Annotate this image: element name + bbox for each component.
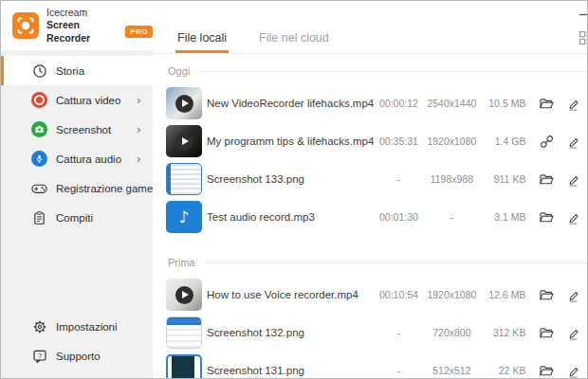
image-thumbnail[interactable] <box>166 316 202 349</box>
sidebar-item-screenshot[interactable]: Screenshot › <box>1 115 153 144</box>
file-size: 312 KB <box>480 327 525 338</box>
edit-icon[interactable] <box>563 285 582 304</box>
file-resolution: 720x800 <box>423 327 480 338</box>
section-divider <box>205 262 588 263</box>
chevron-right-icon: › <box>137 94 141 106</box>
open-folder-icon[interactable] <box>537 323 556 342</box>
file-row[interactable]: Screenshot 131.png - 512x512 22 KB <box>166 352 588 378</box>
file-row[interactable]: My programm tips & lifehacks.mp4 00:35:3… <box>166 122 588 160</box>
section-title: Prima <box>168 257 195 268</box>
file-duration: - <box>374 173 423 185</box>
section-title: Oggi <box>168 65 190 77</box>
image-thumbnail[interactable] <box>166 163 202 195</box>
open-folder-icon[interactable] <box>537 94 556 113</box>
clock-icon <box>31 63 47 79</box>
file-duration: - <box>374 327 423 338</box>
main-header: File locali File nel cloud <box>153 1 588 54</box>
sidebar-footer: Impostazioni ? Supporto <box>1 312 153 370</box>
help-bubble-icon: ? <box>31 348 47 364</box>
file-size: 10.5 MB <box>480 98 525 109</box>
sidebar-item-impostazioni[interactable]: Impostazioni <box>1 312 153 341</box>
file-duration: 00:35:31 <box>374 135 423 147</box>
play-icon <box>175 133 193 151</box>
file-duration: 00:00:12 <box>374 98 423 109</box>
tab-file-locali[interactable]: File locali <box>175 31 229 53</box>
row-actions <box>537 361 588 378</box>
sidebar-item-compiti[interactable]: Compiti <box>1 203 153 232</box>
file-name: Screenshot 133.png <box>207 173 374 185</box>
pro-badge: PRO <box>125 26 153 38</box>
audio-thumbnail[interactable]: ♪ <box>166 201 202 233</box>
file-name: New VideoRecorder lifehacks.mp4 <box>207 98 374 109</box>
tab-file-nel-cloud[interactable]: File nel cloud <box>257 31 331 53</box>
file-name: Screenshot 131.png <box>207 365 374 376</box>
sidebar-item-registrazione-gameplay[interactable]: Registrazione gameplay <box>1 173 153 203</box>
open-folder-icon[interactable] <box>537 208 556 226</box>
edit-icon[interactable] <box>563 132 582 151</box>
open-folder-icon[interactable] <box>537 170 556 189</box>
tab-label: File nel cloud <box>259 31 329 45</box>
file-resolution: 2540x1440 <box>423 98 480 109</box>
file-resolution: 1198x988 <box>423 173 480 185</box>
file-list: Oggi New VideoRecorder lifehacks.mp4 00:… <box>153 54 588 378</box>
section-header-prima: Prima <box>168 251 588 274</box>
sidebar-item-storia[interactable]: Storia <box>1 56 153 85</box>
tab-bar: File locali File nel cloud <box>175 31 331 53</box>
row-actions <box>537 285 588 304</box>
file-name: Screenshot 132.png <box>207 327 374 338</box>
edit-icon[interactable] <box>563 170 582 189</box>
file-size: 22 KB <box>480 365 525 376</box>
brand-line1: Icecream <box>46 7 153 19</box>
gamepad-icon <box>31 180 47 196</box>
open-folder-icon[interactable] <box>537 285 556 304</box>
section-divider <box>199 71 588 72</box>
app-logo-icon <box>12 12 39 39</box>
sidebar-item-supporto[interactable]: ? Supporto <box>1 341 153 370</box>
play-icon <box>175 95 193 113</box>
row-actions <box>537 208 588 226</box>
section-header-oggi: Oggi <box>168 60 588 82</box>
grid-view-icon[interactable] <box>579 30 588 53</box>
edit-icon[interactable] <box>563 323 582 342</box>
image-thumbnail[interactable] <box>166 354 202 378</box>
sidebar-item-cattura-audio[interactable]: Cattura audio › <box>1 144 153 173</box>
microphone-icon <box>31 151 47 167</box>
main-panel: File locali File nel cloud O <box>153 1 588 378</box>
minimize-button[interactable] <box>575 6 588 23</box>
file-row[interactable]: Screenshot 133.png - 1198x988 911 KB <box>166 160 588 198</box>
edit-icon[interactable] <box>563 208 582 226</box>
file-size: 12.6 MB <box>480 289 525 300</box>
link-icon[interactable] <box>537 132 556 151</box>
window-controls <box>575 6 588 23</box>
file-name: How to use Voice recorder.mp4 <box>207 289 374 300</box>
sidebar-item-label: Screenshot <box>56 124 137 135</box>
row-actions <box>537 132 588 151</box>
file-row[interactable]: Screenshot 132.png - 720x800 312 KB <box>166 314 588 352</box>
chevron-right-icon: › <box>137 153 141 165</box>
file-row[interactable]: New VideoRecorder lifehacks.mp4 00:00:12… <box>166 84 588 122</box>
file-size: 1.4 GB <box>480 135 525 147</box>
file-size: 911 KB <box>480 173 525 185</box>
file-resolution: 512x512 <box>423 365 480 376</box>
file-duration: 00:01:30 <box>374 211 423 223</box>
sidebar-item-label: Storia <box>56 65 141 77</box>
edit-icon[interactable] <box>563 94 582 113</box>
video-thumbnail[interactable] <box>166 279 202 311</box>
sidebar-item-cattura-video[interactable]: Cattura video › <box>1 85 153 115</box>
app-header: Icecream Screen Recorder PRO <box>1 1 153 50</box>
file-row[interactable]: ♪ Test audio record.mp3 00:01:30 - 3.1 M… <box>166 198 588 236</box>
row-actions <box>537 94 588 113</box>
camera-icon <box>31 121 47 137</box>
open-folder-icon[interactable] <box>537 361 556 378</box>
sidebar: Icecream Screen Recorder PRO Storia Catt… <box>1 1 153 378</box>
video-thumbnail[interactable] <box>166 125 202 157</box>
sidebar-item-label: Cattura video <box>56 95 137 106</box>
video-thumbnail[interactable] <box>166 87 202 119</box>
music-note-icon: ♪ <box>179 208 190 226</box>
file-resolution: 1920x1080 <box>423 135 480 147</box>
file-row[interactable]: How to use Voice recorder.mp4 00:10:54 1… <box>166 276 588 314</box>
edit-icon[interactable] <box>563 361 582 378</box>
file-size: 3.1 MB <box>480 211 525 223</box>
file-name: Test audio record.mp3 <box>207 211 374 223</box>
file-duration: - <box>374 365 423 376</box>
